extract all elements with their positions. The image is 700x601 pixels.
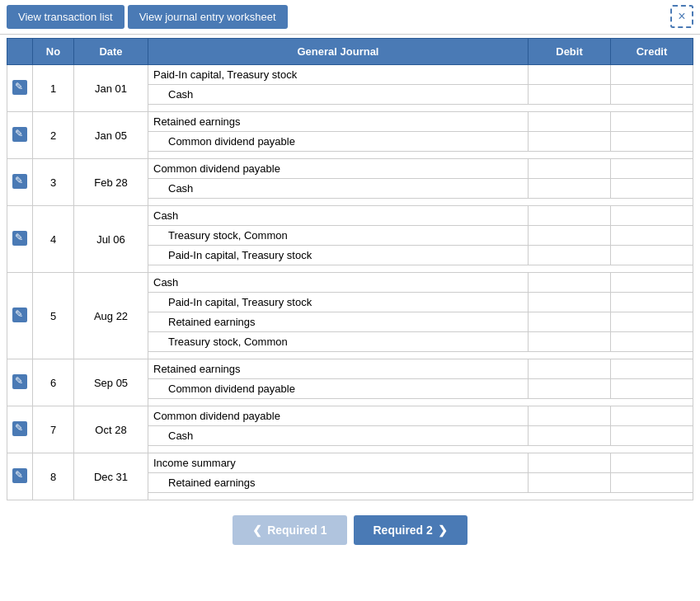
edit-cell (7, 112, 33, 159)
required1-button[interactable]: ❮ Required 1 (233, 515, 346, 545)
table-row: 7Oct 28Common dividend payable (7, 406, 693, 426)
edit-icon[interactable] (12, 421, 27, 436)
account-cell: Cash (148, 273, 529, 293)
account-cell: Income summary (148, 453, 529, 473)
debit-cell (529, 159, 611, 179)
top-bar-buttons: View transaction list View journal entry… (7, 5, 288, 29)
account-cell: Common dividend payable (148, 132, 529, 152)
table-header-row: No Date General Journal Debit Credit (7, 39, 693, 65)
view-transaction-button[interactable]: View transaction list (7, 5, 124, 29)
debit-cell (529, 473, 611, 493)
edit-icon[interactable] (12, 374, 27, 389)
header-journal: General Journal (148, 39, 529, 65)
edit-cell (7, 159, 33, 206)
date-cell: Aug 22 (74, 273, 148, 359)
date-cell: Oct 28 (74, 406, 148, 453)
debit-cell (529, 132, 611, 152)
credit-cell (611, 112, 693, 132)
table-row: 6Sep 05Retained earnings (7, 359, 693, 379)
debit-cell (529, 112, 611, 132)
account-cell: Retained earnings (148, 359, 529, 379)
footer: ❮ Required 1 Required 2 ❯ (0, 504, 700, 556)
header-date: Date (74, 39, 148, 65)
account-cell: Cash (148, 179, 529, 199)
credit-cell (611, 246, 693, 265)
table-row: 3Feb 28Common dividend payable (7, 159, 693, 179)
credit-cell (611, 273, 693, 293)
credit-cell (611, 406, 693, 426)
top-bar: View transaction list View journal entry… (0, 0, 700, 35)
account-cell: Treasury stock, Common (148, 332, 529, 352)
view-worksheet-button[interactable]: View journal entry worksheet (128, 5, 288, 29)
account-cell: Paid-In capital, Treasury stock (148, 293, 529, 312)
credit-cell (611, 132, 693, 152)
header-no: No (33, 39, 74, 65)
date-cell: Jan 05 (74, 112, 148, 159)
credit-cell (611, 65, 693, 85)
table-row: 1Jan 01Paid-In capital, Treasury stock (7, 65, 693, 85)
table-row: 4Jul 06Cash (7, 206, 693, 226)
table-row: 2Jan 05Retained earnings (7, 112, 693, 132)
account-cell: Treasury stock, Common (148, 226, 529, 246)
debit-cell (529, 85, 611, 105)
credit-cell (611, 426, 693, 446)
no-cell: 7 (33, 406, 74, 453)
account-cell: Retained earnings (148, 312, 529, 332)
no-cell: 4 (33, 206, 74, 273)
edit-icon[interactable] (12, 174, 27, 189)
account-cell: Common dividend payable (148, 379, 529, 399)
edit-icon[interactable] (12, 308, 27, 322)
date-cell: Jan 01 (74, 65, 148, 112)
no-cell: 5 (33, 273, 74, 359)
credit-cell (611, 85, 693, 105)
credit-cell (611, 179, 693, 199)
account-cell: Common dividend payable (148, 159, 529, 179)
edit-icon[interactable] (12, 231, 27, 246)
edit-cell (7, 65, 33, 112)
debit-cell (529, 65, 611, 85)
account-cell: Retained earnings (148, 112, 529, 132)
date-cell: Dec 31 (74, 453, 148, 500)
credit-cell (611, 379, 693, 399)
edit-cell (7, 453, 33, 500)
debit-cell (529, 179, 611, 199)
credit-cell (611, 473, 693, 493)
journal-table: No Date General Journal Debit Credit 1Ja… (7, 38, 693, 500)
account-cell: Cash (148, 206, 529, 226)
edit-icon[interactable] (12, 468, 27, 483)
table-row: 5Aug 22Cash (7, 273, 693, 293)
edit-icon[interactable] (12, 80, 27, 95)
next-chevron-icon: ❯ (438, 524, 448, 537)
credit-cell (611, 226, 693, 246)
edit-cell (7, 206, 33, 273)
required2-label: Required 2 (373, 524, 433, 537)
debit-cell (529, 293, 611, 312)
date-cell: Jul 06 (74, 206, 148, 273)
debit-cell (529, 312, 611, 332)
no-cell: 6 (33, 359, 74, 406)
prev-chevron-icon: ❮ (252, 524, 262, 537)
debit-cell (529, 453, 611, 473)
required2-button[interactable]: Required 2 ❯ (354, 515, 467, 545)
header-edit (7, 39, 33, 65)
debit-cell (529, 359, 611, 379)
debit-cell (529, 406, 611, 426)
account-cell: Cash (148, 85, 529, 105)
credit-cell (611, 206, 693, 226)
credit-cell (611, 332, 693, 352)
account-cell: Common dividend payable (148, 406, 529, 426)
close-button[interactable]: × (670, 5, 693, 28)
debit-cell (529, 226, 611, 246)
required1-label: Required 1 (267, 524, 327, 537)
edit-icon[interactable] (12, 127, 27, 142)
debit-cell (529, 273, 611, 293)
credit-cell (611, 159, 693, 179)
debit-cell (529, 379, 611, 399)
credit-cell (611, 293, 693, 312)
credit-cell (611, 453, 693, 473)
table-row: 8Dec 31Income summary (7, 453, 693, 473)
credit-cell (611, 312, 693, 332)
account-cell: Paid-In capital, Treasury stock (148, 65, 529, 85)
no-cell: 2 (33, 112, 74, 159)
edit-cell (7, 406, 33, 453)
